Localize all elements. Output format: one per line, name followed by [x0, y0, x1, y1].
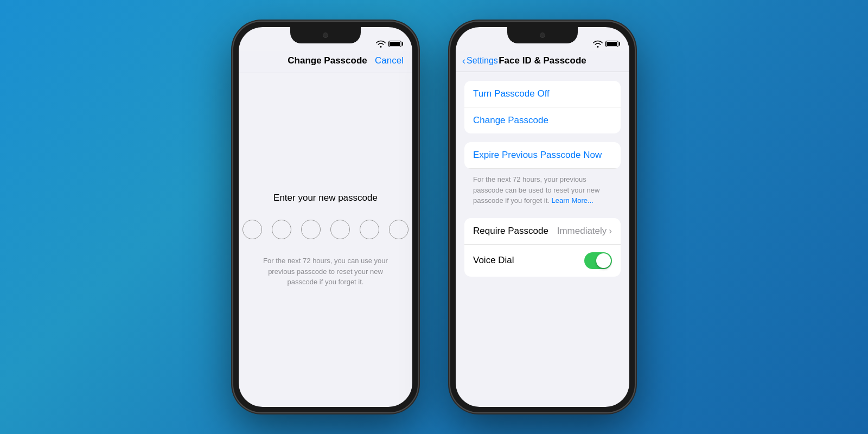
right-notch	[507, 27, 578, 43]
right-battery-icon	[605, 41, 618, 47]
expire-passcode-row[interactable]: Expire Previous Passcode Now	[464, 142, 621, 169]
expire-hint: For the next 72 hours, your previous pas…	[464, 169, 621, 209]
notch	[290, 27, 361, 43]
require-passcode-chevron: ›	[609, 226, 612, 237]
dot-6	[389, 220, 409, 239]
left-phone: Change Passcode Cancel Enter your new pa…	[233, 22, 418, 412]
right-battery-fill	[607, 42, 617, 46]
passcode-hint: For the next 72 hours, you can use your …	[250, 256, 401, 288]
change-passcode-screen: Change Passcode Cancel Enter your new pa…	[239, 27, 412, 407]
settings-group-passcode: Turn Passcode Off Change Passcode	[456, 81, 629, 133]
settings-group-options: Require Passcode Immediately › Voice Dia…	[456, 218, 629, 277]
back-chevron-icon: ‹	[462, 56, 465, 66]
dot-1	[242, 220, 262, 239]
change-passcode-label: Change Passcode	[473, 115, 548, 126]
expire-section: Expire Previous Passcode Now For the nex…	[464, 142, 621, 209]
voice-dial-row: Voice Dial	[464, 245, 621, 277]
voice-dial-toggle[interactable]	[584, 252, 612, 269]
back-button[interactable]: ‹ Settings	[462, 56, 498, 66]
right-phone: ‹ Settings Face ID & Passcode Turn Passc…	[450, 22, 635, 412]
options-card: Require Passcode Immediately › Voice Dia…	[464, 218, 621, 277]
turn-passcode-off-row[interactable]: Turn Passcode Off	[464, 81, 621, 107]
require-passcode-row[interactable]: Require Passcode Immediately ›	[464, 218, 621, 245]
passcode-actions-card: Turn Passcode Off Change Passcode	[464, 81, 621, 133]
passcode-content: Enter your new passcode For the next 72 …	[239, 73, 412, 407]
settings-list: Turn Passcode Off Change Passcode Expire…	[456, 72, 629, 407]
front-camera	[323, 33, 328, 38]
cancel-button[interactable]: Cancel	[375, 55, 404, 66]
require-passcode-value: Immediately ›	[557, 226, 612, 237]
nav-title: Face ID & Passcode	[499, 55, 586, 66]
left-phone-screen: Change Passcode Cancel Enter your new pa…	[239, 27, 412, 407]
passcode-prompt: Enter your new passcode	[273, 193, 378, 203]
right-front-camera	[540, 33, 545, 38]
right-phone-screen: ‹ Settings Face ID & Passcode Turn Passc…	[456, 27, 629, 407]
battery-icon	[388, 41, 401, 47]
turn-passcode-off-label: Turn Passcode Off	[473, 88, 550, 99]
dot-3	[301, 220, 321, 239]
voice-dial-label: Voice Dial	[473, 255, 514, 266]
expire-card: Expire Previous Passcode Now	[464, 142, 621, 169]
settings-screen: ‹ Settings Face ID & Passcode Turn Passc…	[456, 27, 629, 407]
require-passcode-label: Require Passcode	[473, 226, 548, 237]
nav-bar: ‹ Settings Face ID & Passcode	[456, 51, 629, 72]
learn-more-link[interactable]: Learn More...	[552, 196, 593, 205]
dot-2	[272, 220, 291, 239]
right-wifi-icon	[593, 40, 603, 48]
passcode-header: Change Passcode Cancel	[239, 51, 412, 73]
wifi-icon	[376, 40, 386, 48]
status-icons	[376, 40, 401, 48]
toggle-thumb	[596, 253, 611, 268]
dot-4	[330, 220, 350, 239]
back-label: Settings	[467, 56, 498, 66]
right-status-icons	[593, 40, 618, 48]
change-passcode-row[interactable]: Change Passcode	[464, 107, 621, 133]
passcode-dots	[242, 220, 409, 239]
change-passcode-title: Change Passcode	[288, 55, 367, 66]
require-passcode-val-text: Immediately	[557, 226, 607, 237]
battery-fill	[390, 42, 400, 46]
dot-5	[360, 220, 379, 239]
expire-passcode-label: Expire Previous Passcode Now	[473, 150, 602, 160]
